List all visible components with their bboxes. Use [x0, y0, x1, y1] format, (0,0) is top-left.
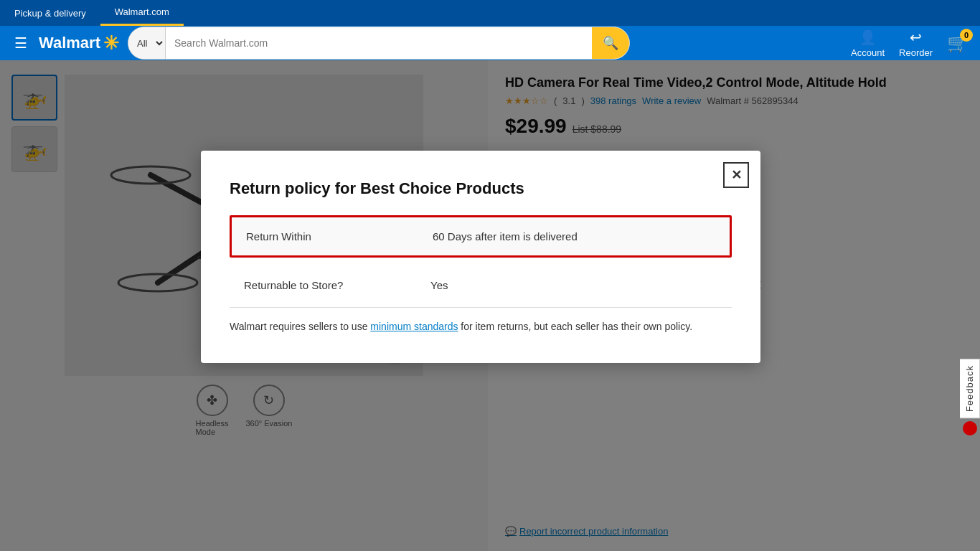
header: Pickup & delivery Walmart.com ☰ Walmart✳…	[0, 0, 980, 60]
search-button[interactable]: 🔍	[592, 27, 629, 59]
account-button[interactable]: 👤 Account	[851, 29, 885, 58]
search-input[interactable]	[166, 27, 592, 59]
account-label: Account	[851, 47, 885, 58]
logo[interactable]: Walmart✳	[39, 32, 119, 55]
note-prefix: Walmart requires sellers to use	[230, 321, 370, 332]
reorder-button[interactable]: ↩ Reorder	[899, 29, 933, 58]
search-icon: 🔍	[603, 35, 618, 51]
modal-close-button[interactable]: ✕	[723, 162, 749, 188]
feedback-dot	[963, 421, 977, 435]
header-actions: 👤 Account ↩ Reorder 🛒 0	[851, 29, 969, 58]
returnable-value: Yes	[430, 279, 448, 291]
note-suffix: for item returns, but each seller has th…	[458, 321, 692, 332]
modal-note: Walmart requires sellers to use minimum …	[230, 319, 732, 334]
nav-tabs: Pickup & delivery Walmart.com	[0, 0, 980, 26]
spark-icon: ✳	[103, 32, 119, 55]
cart-badge: 0	[960, 29, 973, 42]
reorder-icon: ↩	[910, 29, 922, 46]
return-within-row: Return Within 60 Days after item is deli…	[230, 215, 732, 258]
return-policy-modal: ✕ Return policy for Best Choice Products…	[201, 151, 760, 363]
reorder-label: Reorder	[899, 47, 933, 58]
search-bar: All 🔍	[128, 27, 630, 60]
hamburger-icon[interactable]: ☰	[11, 32, 30, 55]
header-main: ☰ Walmart✳ All 🔍 👤 Account ↩ Reorder 🛒	[11, 27, 969, 60]
feedback-button[interactable]: Feedback	[960, 359, 980, 418]
cart-button[interactable]: 🛒 0	[947, 33, 969, 53]
nav-tab-pickup[interactable]: Pickup & delivery	[0, 0, 100, 26]
account-icon: 👤	[859, 29, 877, 46]
logo-text: Walmart	[39, 34, 100, 52]
nav-tab-walmart[interactable]: Walmart.com	[100, 0, 184, 26]
return-within-label: Return Within	[246, 230, 433, 242]
feedback-sidebar: Feedback	[960, 359, 980, 435]
returnable-label: Returnable to Store?	[244, 279, 430, 291]
minimum-standards-link[interactable]: minimum standards	[370, 321, 458, 332]
close-icon: ✕	[731, 167, 742, 183]
divider	[230, 307, 732, 308]
modal-title: Return policy for Best Choice Products	[230, 179, 732, 198]
returnable-to-store-row: Returnable to Store? Yes	[230, 269, 732, 301]
return-within-value: 60 Days after item is delivered	[433, 230, 578, 242]
search-category-dropdown[interactable]: All	[128, 27, 166, 59]
